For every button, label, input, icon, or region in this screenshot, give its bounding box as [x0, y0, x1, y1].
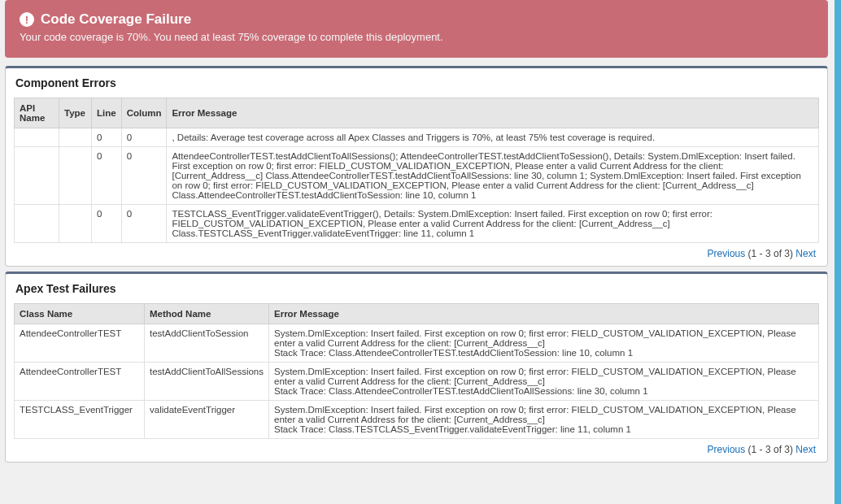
next-link[interactable]: Next [795, 444, 816, 455]
component-errors-pagination: Previous (1 - 3 of 3) Next [6, 243, 827, 263]
table-row: AttendeeControllerTEST testAddClientToSe… [15, 324, 819, 363]
table-row: 0 0 , Details: Average test coverage acr… [15, 128, 819, 147]
cell-class-name: AttendeeControllerTEST [15, 363, 145, 401]
cell-line: 0 [92, 128, 122, 147]
cell-line: 0 [92, 147, 122, 205]
apex-test-failures-title: Apex Test Failures [6, 274, 827, 303]
header-api-name[interactable]: API Name [15, 98, 59, 128]
cell-method-name: testAddClientToAllSessions [145, 363, 269, 401]
cell-error: System.DmlException: Insert failed. Firs… [269, 324, 819, 363]
alert-title: Code Coverage Failure [41, 11, 191, 28]
previous-link[interactable]: Previous [708, 444, 746, 455]
component-errors-title: Component Errors [6, 68, 827, 98]
apex-test-failures-panel: Apex Test Failures Class Name Method Nam… [5, 272, 828, 463]
previous-link[interactable]: Previous [708, 248, 746, 259]
cell-error: TESTCLASS_EventTrigger.validateEventTrig… [167, 205, 818, 243]
cell-type [59, 205, 92, 243]
header-column[interactable]: Column [121, 98, 167, 128]
table-row: TESTCLASS_EventTrigger validateEventTrig… [15, 401, 819, 439]
header-method-name[interactable]: Method Name [145, 304, 269, 324]
alert-icon: ! [20, 12, 34, 27]
apex-test-failures-table: Class Name Method Name Error Message Att… [14, 303, 819, 439]
cell-method-name: validateEventTrigger [145, 401, 269, 439]
cell-line: 0 [92, 205, 122, 243]
table-row: 0 0 AttendeeControllerTEST.testAddClient… [15, 147, 819, 205]
component-errors-panel: Component Errors API Name Type Line Colu… [5, 66, 828, 267]
header-error-message[interactable]: Error Message [167, 98, 818, 128]
cell-column: 0 [121, 205, 167, 243]
cell-class-name: TESTCLASS_EventTrigger [15, 401, 145, 439]
page-count: (1 - 3 of 3) [748, 248, 793, 259]
table-row: AttendeeControllerTEST testAddClientToAl… [15, 363, 819, 401]
cell-column: 0 [121, 128, 167, 147]
alert-subtitle: Your code coverage is 70%. You need at l… [20, 31, 813, 43]
component-errors-table: API Name Type Line Column Error Message … [14, 98, 819, 243]
cell-error: , Details: Average test coverage across … [167, 128, 818, 147]
scrollbar[interactable] [834, 0, 841, 504]
cell-api-name [15, 205, 59, 243]
cell-column: 0 [121, 147, 167, 205]
cell-api-name [15, 147, 59, 205]
cell-class-name: AttendeeControllerTEST [15, 324, 145, 363]
apex-failures-pagination: Previous (1 - 3 of 3) Next [6, 439, 827, 458]
header-error-message[interactable]: Error Message [269, 304, 819, 324]
cell-error: System.DmlException: Insert failed. Firs… [269, 363, 819, 401]
cell-error: System.DmlException: Insert failed. Firs… [269, 401, 819, 439]
cell-error: AttendeeControllerTEST.testAddClientToAl… [167, 147, 818, 205]
cell-method-name: testAddClientToSession [145, 324, 269, 363]
next-link[interactable]: Next [795, 248, 816, 259]
header-type[interactable]: Type [59, 98, 92, 128]
table-row: 0 0 TESTCLASS_EventTrigger.validateEvent… [15, 205, 819, 243]
cell-type [59, 128, 92, 147]
header-line[interactable]: Line [92, 98, 122, 128]
header-class-name[interactable]: Class Name [15, 304, 145, 324]
cell-type [59, 147, 92, 205]
code-coverage-alert: ! Code Coverage Failure Your code covera… [5, 0, 828, 58]
page-count: (1 - 3 of 3) [748, 444, 793, 455]
cell-api-name [15, 128, 59, 147]
